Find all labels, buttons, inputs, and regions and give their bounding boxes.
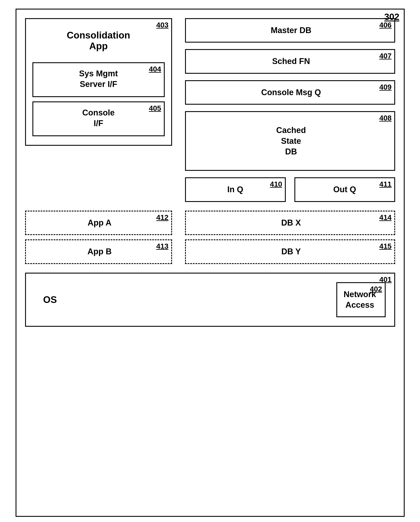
out-q-id: 411 <box>379 180 392 188</box>
sched-fn-box: 407 Sched FN <box>185 49 395 74</box>
db-y-label: DB Y <box>192 246 390 257</box>
os-label: OS <box>43 294 57 305</box>
sys-mgmt-label: Sys MgmtServer I/F <box>38 68 160 90</box>
sched-fn-label: Sched FN <box>192 56 390 67</box>
consolidation-app-box: 403 ConsolidationApp 404 Sys MgmtServer … <box>25 18 172 146</box>
main-layout: 403 ConsolidationApp 404 Sys MgmtServer … <box>25 18 395 264</box>
master-db-id: 406 <box>379 21 392 29</box>
network-access-box: 402 NetworkAccess <box>336 282 386 317</box>
out-q-label: Out Q <box>300 184 390 195</box>
app-b-label: App B <box>32 246 167 257</box>
console-if-label: ConsoleI/F <box>38 107 160 129</box>
sched-fn-id: 407 <box>379 52 392 60</box>
network-access-id: 402 <box>370 285 382 293</box>
consolidation-app-id: 403 <box>156 21 169 29</box>
console-if-box: 405 ConsoleI/F <box>32 101 165 136</box>
sys-mgmt-box: 404 Sys MgmtServer I/F <box>32 62 165 97</box>
queue-row: 410 In Q 411 Out Q <box>185 177 395 202</box>
master-db-label: Master DB <box>192 25 390 36</box>
left-column: 403 ConsolidationApp 404 Sys MgmtServer … <box>25 18 172 264</box>
out-q-box: 411 Out Q <box>294 177 395 202</box>
app-a-label: App A <box>32 217 167 228</box>
console-msg-q-id: 409 <box>379 83 392 91</box>
db-x-box: 414 DB X <box>185 211 395 235</box>
os-box: 401 OS 402 NetworkAccess <box>25 273 395 327</box>
in-q-box: 410 In Q <box>185 177 286 202</box>
inner-boxes: 404 Sys MgmtServer I/F 405 ConsoleI/F <box>32 62 165 136</box>
app-b-box: 413 App B <box>25 239 172 264</box>
db-y-id: 415 <box>379 242 392 250</box>
db-y-box: 415 DB Y <box>185 239 395 264</box>
app-a-box: 412 App A <box>25 211 172 235</box>
right-column: 406 Master DB 407 Sched FN 409 Console M… <box>185 18 395 264</box>
in-q-id: 410 <box>270 180 282 188</box>
cached-state-box: 408 CachedStateDB <box>185 111 395 171</box>
db-x-id: 414 <box>379 213 392 222</box>
app-a-id: 412 <box>156 213 169 222</box>
console-msg-q-box: 409 Console Msg Q <box>185 80 395 105</box>
console-if-id: 405 <box>149 104 161 112</box>
master-db-box: 406 Master DB <box>185 18 395 43</box>
cached-state-id: 408 <box>379 114 392 122</box>
sys-mgmt-id: 404 <box>149 65 161 73</box>
db-x-label: DB X <box>192 217 390 228</box>
console-msg-q-label: Console Msg Q <box>192 87 390 98</box>
cached-state-label: CachedStateDB <box>192 125 390 157</box>
consolidation-app-label: ConsolidationApp <box>32 30 165 52</box>
app-b-id: 413 <box>156 242 169 250</box>
in-q-label: In Q <box>190 184 281 195</box>
main-diagram: 302 403 ConsolidationApp 404 Sys MgmtSer… <box>15 9 405 517</box>
